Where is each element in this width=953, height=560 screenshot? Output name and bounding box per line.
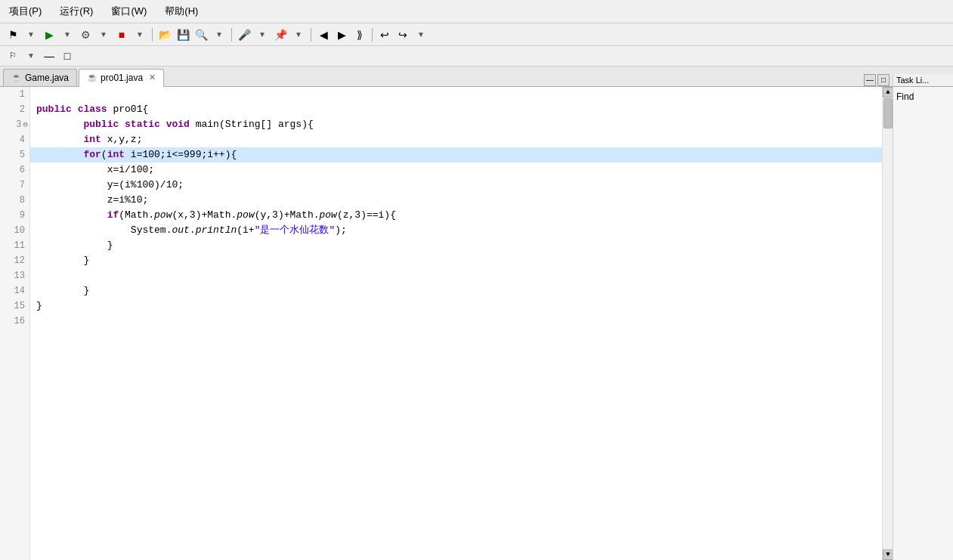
line-num-8: 8 xyxy=(0,193,29,208)
code-line-14: } xyxy=(30,283,882,299)
win-minimize[interactable]: — xyxy=(864,74,876,86)
toolbar-dropdown-1[interactable]: ▼ xyxy=(23,26,39,43)
menubar: 项目(P) 运行(R) 窗口(W) 帮助(H) xyxy=(0,0,953,23)
toolbar-dropdown-nav[interactable]: ▼ xyxy=(413,26,429,43)
toolbar-btn-build[interactable]: ⚙ xyxy=(77,26,94,43)
line-num-9: 9 xyxy=(0,208,29,223)
tab-pro01-close[interactable]: ✕ xyxy=(149,73,156,82)
menu-project[interactable]: 项目(P) xyxy=(6,3,45,20)
scrollbar-vertical[interactable]: ▲ ▼ xyxy=(882,87,893,560)
app-window: 项目(P) 运行(R) 窗口(W) 帮助(H) ⚑ ▼ ▶ ▼ ⚙ ▼ ■ ▼ … xyxy=(0,0,953,560)
toolbar-btn-pin[interactable]: 📌 xyxy=(272,26,289,43)
tabbar: ☕ Game.java ☕ pro01.java ✕ xyxy=(0,67,864,86)
tab-game-label: Game.java xyxy=(25,73,69,83)
code-line-7: y=(i%100)/10; xyxy=(30,178,882,193)
code-line-8: z=i%10; xyxy=(30,193,882,208)
menu-window[interactable]: 窗口(W) xyxy=(108,3,150,20)
toolbar-btn-extra2[interactable]: ↪ xyxy=(395,26,411,43)
menu-help[interactable]: 帮助(H) xyxy=(162,3,201,20)
line-num-6: 6 xyxy=(0,162,29,178)
line-num-11: 11 xyxy=(0,238,29,253)
code-line-1 xyxy=(30,87,882,102)
toolbar-btn-forward[interactable]: ▶ xyxy=(333,26,350,43)
sep-3 xyxy=(311,28,311,42)
line-num-10: 10 xyxy=(0,223,29,238)
line-num-2: 2 xyxy=(0,102,29,117)
toolbar-btn-run[interactable]: ▶ xyxy=(41,26,57,43)
line-num-3: 3⊖ xyxy=(0,117,29,132)
code-line-2: public class pro01{ xyxy=(30,102,882,117)
line-num-1: 1 xyxy=(0,87,29,102)
win-maximize[interactable]: □ xyxy=(877,74,890,86)
toolbar-dropdown-run[interactable]: ▼ xyxy=(59,26,76,43)
code-line-11: } xyxy=(30,238,882,253)
task-list-panel: Find xyxy=(893,87,953,560)
window-controls: — □ xyxy=(864,74,893,86)
tab-game[interactable]: ☕ Game.java xyxy=(3,69,77,86)
toolbar-btn-save[interactable]: 💾 xyxy=(175,26,191,43)
sep-4 xyxy=(372,28,373,42)
tab-game-icon: ☕ xyxy=(11,73,22,82)
code-line-16 xyxy=(30,314,882,329)
line-num-14: 14 xyxy=(0,283,29,299)
code-editor: 1 2 3⊖ 4 5 6 7 8 9 10 11 12 13 14 15 16 xyxy=(0,87,893,560)
code-line-5: for(int i=100;i<=999;i++){ xyxy=(30,147,882,162)
fold-3[interactable]: ⊖ xyxy=(23,117,28,132)
sep-2 xyxy=(231,28,232,42)
task-list-header: Task Li... xyxy=(893,74,953,86)
scroll-track[interactable] xyxy=(883,97,893,549)
toolbar-dropdown-pin[interactable]: ▼ xyxy=(290,26,307,43)
line-num-13: 13 xyxy=(0,268,29,283)
tab-pro01-label: pro01.java xyxy=(101,73,143,83)
scroll-down[interactable]: ▼ xyxy=(883,549,893,560)
find-label: Find xyxy=(896,90,950,104)
line-num-12: 12 xyxy=(0,253,29,268)
code-line-3: public static void main(String[] args){ xyxy=(30,117,882,132)
task-list-title: Task Li... xyxy=(896,76,929,85)
toolbar-dropdown-search[interactable]: ▼ xyxy=(211,26,227,43)
tabbar-row: ☕ Game.java ☕ pro01.java ✕ — □ Task Li..… xyxy=(0,67,953,87)
scroll-thumb[interactable] xyxy=(883,98,893,128)
code-line-10: System.out.println(i+"是一个水仙花数"); xyxy=(30,223,882,238)
line-num-4: 4 xyxy=(0,132,29,147)
main-area: 1 2 3⊖ 4 5 6 7 8 9 10 11 12 13 14 15 16 xyxy=(0,87,953,560)
code-line-12: } xyxy=(30,253,882,268)
code-content[interactable]: public class pro01{ public static void m… xyxy=(30,87,882,560)
toolbar-btn-back[interactable]: ◀ xyxy=(315,26,332,43)
code-line-6: x=i/100; xyxy=(30,162,882,178)
toolbar-btn-extra1[interactable]: ↩ xyxy=(376,26,393,43)
toolbar-dropdown-stop[interactable]: ▼ xyxy=(132,26,148,43)
line-num-7: 7 xyxy=(0,178,29,193)
toolbar-btn-min[interactable]: — xyxy=(41,48,57,64)
line-numbers: 1 2 3⊖ 4 5 6 7 8 9 10 11 12 13 14 15 16 xyxy=(0,87,30,560)
toolbar-btn-s1[interactable]: ⚐ xyxy=(5,48,21,64)
toolbar-dropdown-s1[interactable]: ▼ xyxy=(23,48,39,64)
toolbar-btn-1[interactable]: ⚑ xyxy=(5,26,21,43)
line-num-15: 15 xyxy=(0,299,29,314)
toolbar-dropdown-build[interactable]: ▼ xyxy=(95,26,112,43)
sep-1 xyxy=(152,28,153,42)
code-line-9: if(Math.pow(x,3)+Math.pow(y,3)+Math.pow(… xyxy=(30,208,882,223)
code-line-13 xyxy=(30,268,882,283)
toolbar-btn-search[interactable]: 🔍 xyxy=(193,26,209,43)
toolbar-btn-max[interactable]: □ xyxy=(59,48,76,64)
tab-pro01-icon: ☕ xyxy=(87,73,97,82)
toolbar-btn-stop[interactable]: ■ xyxy=(113,26,130,43)
toolbar-btn-open[interactable]: 📂 xyxy=(156,26,173,43)
code-line-4: int x,y,z; xyxy=(30,132,882,147)
menu-run[interactable]: 运行(R) xyxy=(57,3,96,20)
toolbar-secondary: ⚐ ▼ — □ xyxy=(0,46,953,67)
tab-pro01[interactable]: ☕ pro01.java ✕ xyxy=(79,69,164,87)
scroll-up[interactable]: ▲ xyxy=(883,87,893,97)
line-num-5: 5 xyxy=(0,147,29,162)
toolbar-main: ⚑ ▼ ▶ ▼ ⚙ ▼ ■ ▼ 📂 💾 🔍 ▼ 🎤 ▼ 📌 ▼ ◀ ▶ ⟫ ↩ … xyxy=(0,23,953,46)
toolbar-btn-mic[interactable]: 🎤 xyxy=(236,26,252,43)
toolbar-btn-last[interactable]: ⟫ xyxy=(351,26,368,43)
code-line-15: } xyxy=(30,299,882,314)
toolbar-dropdown-mic[interactable]: ▼ xyxy=(254,26,271,43)
line-num-16: 16 xyxy=(0,314,29,329)
